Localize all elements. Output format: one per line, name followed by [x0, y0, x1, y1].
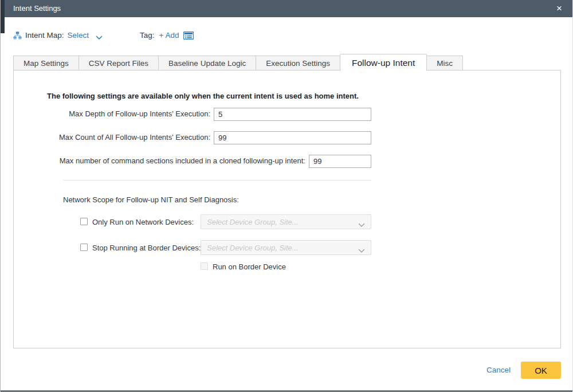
tab-bar: Map Settings CSV Report Files Baseline U… — [13, 55, 560, 70]
chevron-down-icon — [358, 219, 365, 224]
dialog-title: Intent Settings — [13, 0, 61, 17]
tab-execution-settings[interactable]: Execution Settings — [256, 56, 340, 70]
dropdown-placeholder-text: Select Device Group, Site... — [207, 218, 358, 226]
close-icon[interactable]: × — [553, 0, 566, 17]
run-on-border-label: Run on Border Device — [213, 262, 286, 271]
max-command-sections-input[interactable] — [309, 155, 371, 168]
intent-map-select-link[interactable]: Select — [68, 31, 89, 40]
section-divider — [63, 180, 371, 181]
tab-misc[interactable]: Misc — [427, 56, 463, 70]
stop-border-dropdown[interactable]: Select Device Group, Site... — [201, 240, 371, 255]
only-run-network-label[interactable]: Only Run on Network Devices: — [92, 218, 194, 226]
tab-follow-up-intent[interactable]: Follow-up Intent — [340, 54, 427, 71]
max-command-sections-row: Max number of command sections included … — [14, 154, 560, 168]
only-run-network-row: Only Run on Network Devices: Select Devi… — [14, 214, 560, 229]
chevron-down-icon — [358, 245, 365, 250]
stop-border-label[interactable]: Stop Running at Border Devices: — [92, 244, 201, 252]
max-command-sections-label: Max number of command sections included … — [14, 156, 305, 165]
max-count-input[interactable] — [214, 131, 371, 144]
intent-map-group: Intent Map: Select — [13, 31, 103, 40]
window-edge-decoration — [1, 0, 5, 33]
tag-label: Tag: — [140, 31, 155, 40]
ok-button[interactable]: OK — [521, 362, 561, 379]
tab-baseline-update-logic[interactable]: Baseline Update Logic — [158, 56, 256, 70]
max-count-row: Max Count of All Follow-up Intents' Exec… — [14, 131, 560, 144]
network-scope-label: Network Scope for Follow-up NIT and Self… — [63, 195, 239, 204]
intent-map-icon — [13, 32, 22, 40]
title-bar: Intent Settings × — [1, 0, 572, 17]
max-depth-input[interactable] — [214, 108, 371, 121]
tab-map-settings[interactable]: Map Settings — [13, 56, 79, 70]
tag-list-icon[interactable] — [183, 32, 194, 40]
dropdown-placeholder-text: Select Device Group, Site... — [207, 244, 358, 252]
run-on-border-row: Run on Border Device — [14, 261, 560, 276]
chevron-down-icon[interactable] — [96, 33, 103, 38]
follow-up-intent-panel: The following settings are available onl… — [13, 70, 561, 348]
stop-border-checkbox[interactable] — [80, 244, 88, 251]
tag-add-link[interactable]: + Add — [159, 31, 179, 40]
tag-group: Tag: + Add — [140, 31, 194, 40]
max-count-label: Max Count of All Follow-up Intents' Exec… — [14, 133, 210, 142]
only-run-network-dropdown[interactable]: Select Device Group, Site... — [201, 214, 371, 229]
tab-csv-report-files[interactable]: CSV Report Files — [79, 56, 158, 70]
intent-settings-dialog: Intent Settings × Intent Map: Select — [0, 0, 573, 392]
stop-border-row: Stop Running at Border Devices: Select D… — [14, 240, 560, 255]
run-on-border-checkbox — [201, 262, 208, 270]
only-run-network-checkbox[interactable] — [80, 218, 88, 225]
max-depth-row: Max Depth of Follow-up Intents' Executio… — [14, 107, 560, 121]
toolbar: Intent Map: Select Tag: + Add — [13, 31, 560, 44]
intent-map-label: Intent Map: — [25, 31, 64, 40]
max-depth-label: Max Depth of Follow-up Intents' Executio… — [14, 109, 210, 118]
home-intent-notice: The following settings are available onl… — [47, 92, 359, 100]
cancel-button[interactable]: Cancel — [486, 366, 511, 374]
